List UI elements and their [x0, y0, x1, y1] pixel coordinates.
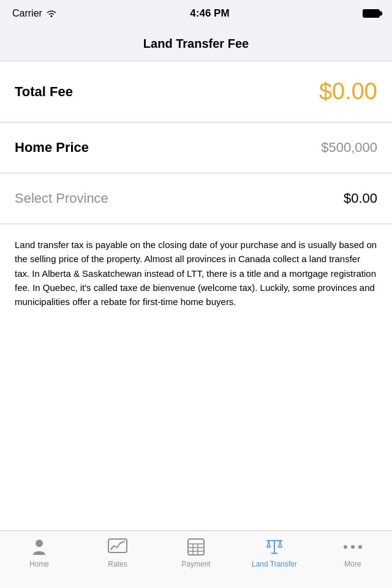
wifi-icon [46, 9, 57, 18]
land-transfer-tab-icon [265, 537, 284, 557]
svg-point-18 [358, 545, 362, 549]
home-price-value: $500,000 [321, 140, 377, 156]
select-province-row[interactable]: Select Province $0.00 [0, 173, 392, 224]
status-time: 4:46 PM [190, 7, 229, 20]
tab-bar: Home Rates Payment [0, 530, 392, 588]
total-fee-value: $0.00 [319, 78, 377, 105]
description-section: Land transfer tax is payable on the clos… [0, 224, 392, 530]
battery-icon [363, 9, 380, 18]
svg-point-17 [351, 545, 355, 549]
page-title: Land Transfer Fee [143, 37, 249, 51]
land-transfer-tab-label: Land Transfer [252, 560, 297, 568]
svg-rect-3 [188, 539, 204, 555]
main-content: Total Fee $0.00 Home Price $500,000 Sele… [0, 61, 392, 530]
home-price-label: Home Price [15, 140, 89, 156]
svg-point-1 [36, 540, 43, 547]
rates-tab-icon [108, 537, 127, 557]
status-bar: Carrier 4:46 PM [0, 0, 392, 27]
rates-tab-label: Rates [108, 560, 127, 568]
more-tab-label: More [344, 560, 361, 568]
payment-tab-icon [186, 537, 206, 557]
description-text: Land transfer tax is payable on the clos… [15, 238, 377, 309]
tab-payment[interactable]: Payment [165, 537, 227, 568]
home-price-row[interactable]: Home Price $500,000 [0, 123, 392, 173]
total-fee-label: Total Fee [15, 84, 73, 100]
home-tab-label: Home [29, 560, 49, 568]
nav-bar: Land Transfer Fee [0, 27, 392, 61]
svg-line-12 [269, 541, 270, 546]
svg-point-0 [50, 15, 52, 17]
svg-point-16 [344, 545, 347, 549]
payment-tab-label: Payment [181, 560, 210, 568]
more-tab-icon [343, 537, 363, 557]
tab-rates[interactable]: Rates [87, 537, 148, 568]
carrier-label: Carrier [12, 8, 57, 19]
tab-more[interactable]: More [322, 537, 383, 568]
total-fee-row: Total Fee $0.00 [0, 61, 392, 123]
tab-home[interactable]: Home [9, 537, 70, 568]
tab-land-transfer[interactable]: Land Transfer [244, 537, 305, 568]
battery-container [363, 9, 380, 18]
province-label: Select Province [15, 190, 108, 206]
home-tab-icon [29, 537, 49, 557]
svg-line-14 [280, 541, 281, 546]
province-value: $0.00 [344, 190, 377, 206]
